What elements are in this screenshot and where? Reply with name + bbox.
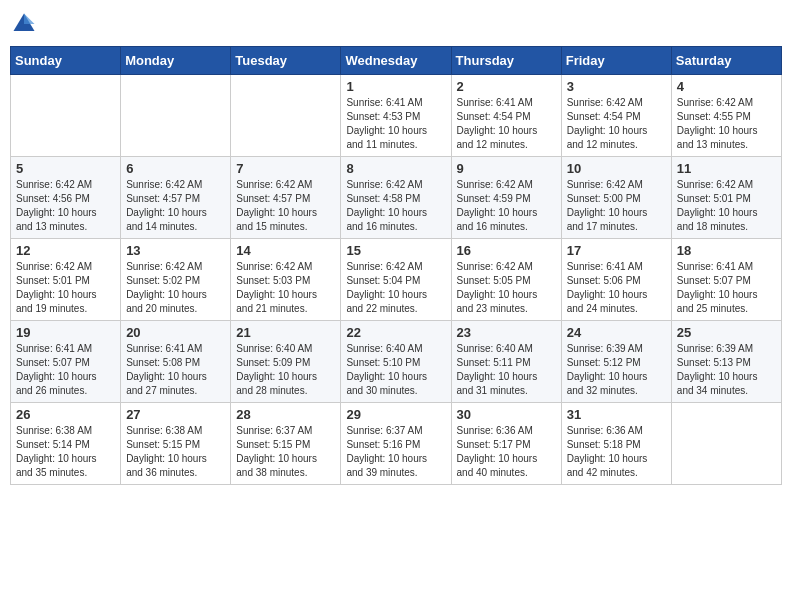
day-number: 3 <box>567 79 666 94</box>
day-info: Sunrise: 6:39 AM Sunset: 5:13 PM Dayligh… <box>677 342 776 398</box>
day-info: Sunrise: 6:41 AM Sunset: 5:08 PM Dayligh… <box>126 342 225 398</box>
calendar-cell: 8Sunrise: 6:42 AM Sunset: 4:58 PM Daylig… <box>341 157 451 239</box>
calendar-cell: 20Sunrise: 6:41 AM Sunset: 5:08 PM Dayli… <box>121 321 231 403</box>
day-info: Sunrise: 6:38 AM Sunset: 5:15 PM Dayligh… <box>126 424 225 480</box>
day-number: 12 <box>16 243 115 258</box>
day-number: 28 <box>236 407 335 422</box>
weekday-header-saturday: Saturday <box>671 47 781 75</box>
day-info: Sunrise: 6:41 AM Sunset: 5:07 PM Dayligh… <box>677 260 776 316</box>
day-number: 24 <box>567 325 666 340</box>
day-info: Sunrise: 6:42 AM Sunset: 4:54 PM Dayligh… <box>567 96 666 152</box>
logo <box>10 10 42 38</box>
calendar-cell: 25Sunrise: 6:39 AM Sunset: 5:13 PM Dayli… <box>671 321 781 403</box>
day-info: Sunrise: 6:42 AM Sunset: 4:59 PM Dayligh… <box>457 178 556 234</box>
day-info: Sunrise: 6:37 AM Sunset: 5:15 PM Dayligh… <box>236 424 335 480</box>
day-info: Sunrise: 6:42 AM Sunset: 5:01 PM Dayligh… <box>677 178 776 234</box>
day-info: Sunrise: 6:38 AM Sunset: 5:14 PM Dayligh… <box>16 424 115 480</box>
day-number: 25 <box>677 325 776 340</box>
calendar-cell: 2Sunrise: 6:41 AM Sunset: 4:54 PM Daylig… <box>451 75 561 157</box>
calendar-week-2: 5Sunrise: 6:42 AM Sunset: 4:56 PM Daylig… <box>11 157 782 239</box>
weekday-header-sunday: Sunday <box>11 47 121 75</box>
day-info: Sunrise: 6:42 AM Sunset: 5:05 PM Dayligh… <box>457 260 556 316</box>
calendar-cell: 12Sunrise: 6:42 AM Sunset: 5:01 PM Dayli… <box>11 239 121 321</box>
day-info: Sunrise: 6:40 AM Sunset: 5:09 PM Dayligh… <box>236 342 335 398</box>
day-number: 5 <box>16 161 115 176</box>
page-header <box>10 10 782 38</box>
svg-marker-1 <box>24 14 35 25</box>
day-number: 29 <box>346 407 445 422</box>
calendar-cell <box>11 75 121 157</box>
calendar-cell <box>231 75 341 157</box>
day-number: 18 <box>677 243 776 258</box>
day-number: 9 <box>457 161 556 176</box>
day-number: 15 <box>346 243 445 258</box>
weekday-header-thursday: Thursday <box>451 47 561 75</box>
day-number: 19 <box>16 325 115 340</box>
day-info: Sunrise: 6:42 AM Sunset: 5:01 PM Dayligh… <box>16 260 115 316</box>
calendar-cell: 31Sunrise: 6:36 AM Sunset: 5:18 PM Dayli… <box>561 403 671 485</box>
day-number: 31 <box>567 407 666 422</box>
day-info: Sunrise: 6:42 AM Sunset: 5:04 PM Dayligh… <box>346 260 445 316</box>
day-number: 11 <box>677 161 776 176</box>
calendar-cell: 7Sunrise: 6:42 AM Sunset: 4:57 PM Daylig… <box>231 157 341 239</box>
day-info: Sunrise: 6:41 AM Sunset: 5:07 PM Dayligh… <box>16 342 115 398</box>
calendar-table: SundayMondayTuesdayWednesdayThursdayFrid… <box>10 46 782 485</box>
calendar-cell: 3Sunrise: 6:42 AM Sunset: 4:54 PM Daylig… <box>561 75 671 157</box>
calendar-cell: 27Sunrise: 6:38 AM Sunset: 5:15 PM Dayli… <box>121 403 231 485</box>
calendar-week-1: 1Sunrise: 6:41 AM Sunset: 4:53 PM Daylig… <box>11 75 782 157</box>
day-number: 20 <box>126 325 225 340</box>
weekday-header-row: SundayMondayTuesdayWednesdayThursdayFrid… <box>11 47 782 75</box>
day-info: Sunrise: 6:36 AM Sunset: 5:18 PM Dayligh… <box>567 424 666 480</box>
calendar-cell: 26Sunrise: 6:38 AM Sunset: 5:14 PM Dayli… <box>11 403 121 485</box>
day-info: Sunrise: 6:42 AM Sunset: 5:03 PM Dayligh… <box>236 260 335 316</box>
day-info: Sunrise: 6:41 AM Sunset: 4:53 PM Dayligh… <box>346 96 445 152</box>
calendar-cell: 23Sunrise: 6:40 AM Sunset: 5:11 PM Dayli… <box>451 321 561 403</box>
day-info: Sunrise: 6:42 AM Sunset: 4:58 PM Dayligh… <box>346 178 445 234</box>
calendar-cell: 29Sunrise: 6:37 AM Sunset: 5:16 PM Dayli… <box>341 403 451 485</box>
day-info: Sunrise: 6:42 AM Sunset: 5:02 PM Dayligh… <box>126 260 225 316</box>
day-info: Sunrise: 6:42 AM Sunset: 5:00 PM Dayligh… <box>567 178 666 234</box>
day-number: 27 <box>126 407 225 422</box>
weekday-header-wednesday: Wednesday <box>341 47 451 75</box>
day-info: Sunrise: 6:42 AM Sunset: 4:56 PM Dayligh… <box>16 178 115 234</box>
day-info: Sunrise: 6:37 AM Sunset: 5:16 PM Dayligh… <box>346 424 445 480</box>
calendar-cell: 14Sunrise: 6:42 AM Sunset: 5:03 PM Dayli… <box>231 239 341 321</box>
day-number: 13 <box>126 243 225 258</box>
day-number: 2 <box>457 79 556 94</box>
calendar-cell <box>671 403 781 485</box>
calendar-cell: 28Sunrise: 6:37 AM Sunset: 5:15 PM Dayli… <box>231 403 341 485</box>
day-info: Sunrise: 6:40 AM Sunset: 5:10 PM Dayligh… <box>346 342 445 398</box>
calendar-week-4: 19Sunrise: 6:41 AM Sunset: 5:07 PM Dayli… <box>11 321 782 403</box>
calendar-cell: 15Sunrise: 6:42 AM Sunset: 5:04 PM Dayli… <box>341 239 451 321</box>
calendar-cell: 17Sunrise: 6:41 AM Sunset: 5:06 PM Dayli… <box>561 239 671 321</box>
day-number: 4 <box>677 79 776 94</box>
calendar-week-5: 26Sunrise: 6:38 AM Sunset: 5:14 PM Dayli… <box>11 403 782 485</box>
calendar-cell: 11Sunrise: 6:42 AM Sunset: 5:01 PM Dayli… <box>671 157 781 239</box>
day-number: 21 <box>236 325 335 340</box>
calendar-week-3: 12Sunrise: 6:42 AM Sunset: 5:01 PM Dayli… <box>11 239 782 321</box>
weekday-header-monday: Monday <box>121 47 231 75</box>
day-info: Sunrise: 6:36 AM Sunset: 5:17 PM Dayligh… <box>457 424 556 480</box>
day-number: 6 <box>126 161 225 176</box>
day-number: 7 <box>236 161 335 176</box>
calendar-cell <box>121 75 231 157</box>
day-info: Sunrise: 6:40 AM Sunset: 5:11 PM Dayligh… <box>457 342 556 398</box>
weekday-header-tuesday: Tuesday <box>231 47 341 75</box>
day-number: 23 <box>457 325 556 340</box>
day-number: 16 <box>457 243 556 258</box>
day-number: 14 <box>236 243 335 258</box>
calendar-cell: 9Sunrise: 6:42 AM Sunset: 4:59 PM Daylig… <box>451 157 561 239</box>
calendar-cell: 24Sunrise: 6:39 AM Sunset: 5:12 PM Dayli… <box>561 321 671 403</box>
day-info: Sunrise: 6:41 AM Sunset: 5:06 PM Dayligh… <box>567 260 666 316</box>
logo-icon <box>10 10 38 38</box>
calendar-cell: 21Sunrise: 6:40 AM Sunset: 5:09 PM Dayli… <box>231 321 341 403</box>
day-info: Sunrise: 6:42 AM Sunset: 4:57 PM Dayligh… <box>236 178 335 234</box>
calendar-cell: 19Sunrise: 6:41 AM Sunset: 5:07 PM Dayli… <box>11 321 121 403</box>
day-number: 22 <box>346 325 445 340</box>
day-number: 17 <box>567 243 666 258</box>
day-number: 1 <box>346 79 445 94</box>
calendar-cell: 22Sunrise: 6:40 AM Sunset: 5:10 PM Dayli… <box>341 321 451 403</box>
calendar-cell: 5Sunrise: 6:42 AM Sunset: 4:56 PM Daylig… <box>11 157 121 239</box>
weekday-header-friday: Friday <box>561 47 671 75</box>
day-info: Sunrise: 6:42 AM Sunset: 4:55 PM Dayligh… <box>677 96 776 152</box>
